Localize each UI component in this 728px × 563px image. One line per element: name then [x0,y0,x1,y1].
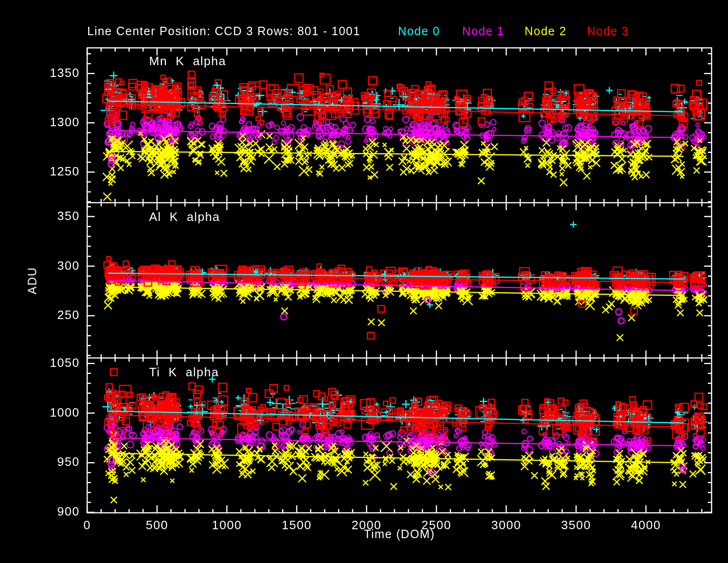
x-axis-label: Time (DOM) [364,527,435,541]
y-axis-label: ADU [26,267,39,295]
figure-title: Line Center Position: CCD 3 Rows: 801 - … [87,24,360,38]
panel-title-ti-k-alpha: Ti K alpha [149,365,219,380]
panel-title-al-k-alpha: Al K alpha [149,210,220,224]
legend-node-0: Node 0 [398,24,440,38]
line-center-position-figure: Line Center Position: CCD 3 Rows: 801 - … [0,0,728,563]
legend-node-2: Node 2 [525,24,567,38]
ccd3-line-center-plot-canvas [0,0,728,563]
panel-title-mn-k-alpha: Mn K alpha [149,54,226,68]
legend-node-1: Node 1 [462,24,504,38]
legend-node-3: Node 3 [587,24,629,38]
